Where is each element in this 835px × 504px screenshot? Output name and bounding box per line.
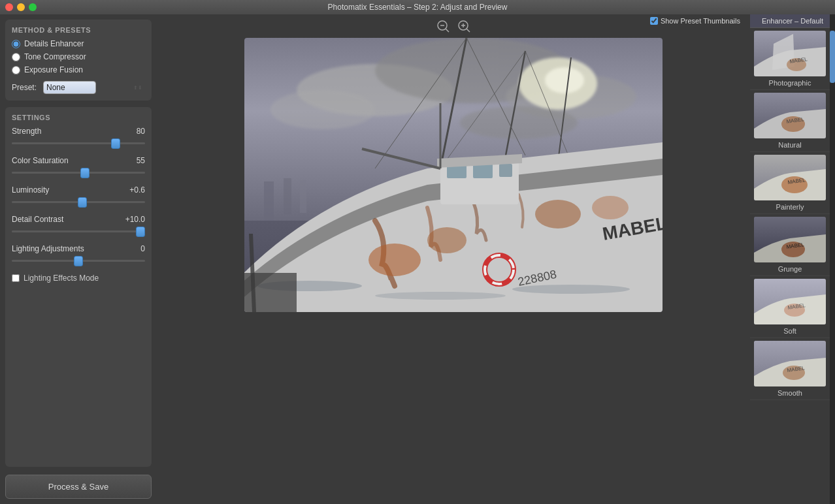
preset-smooth-label: Smooth bbox=[778, 389, 802, 397]
lighting-effects-checkbox[interactable] bbox=[12, 274, 20, 282]
zoom-out-button[interactable] bbox=[435, 18, 451, 34]
svg-point-11 bbox=[270, 90, 375, 129]
titlebar: Photomatix Essentials – Step 2: Adjust a… bbox=[0, 0, 835, 14]
luminosity-header: Luminosity +0.6 bbox=[12, 185, 145, 195]
zoom-controls bbox=[435, 18, 472, 34]
detail-contrast-header: Detail Contrast +10.0 bbox=[12, 215, 145, 224]
maximize-button[interactable] bbox=[29, 3, 37, 11]
main-layout: Method & Presets Details Enhancer Tone C… bbox=[0, 14, 835, 504]
svg-rect-37 bbox=[264, 181, 274, 221]
settings-section-header: Settings bbox=[12, 114, 145, 121]
preset-item-soft[interactable]: MABEL Soft bbox=[750, 276, 830, 338]
close-button[interactable] bbox=[5, 3, 13, 11]
svg-point-23 bbox=[368, 244, 421, 276]
preset-thumb-photographic: MABEL bbox=[754, 31, 826, 76]
details-enhancer-radio[interactable] bbox=[12, 40, 20, 48]
lighting-effects-row: Lighting Effects Mode bbox=[12, 274, 145, 283]
minimize-button[interactable] bbox=[17, 3, 25, 11]
preset-thumb-smooth: MABEL bbox=[754, 341, 826, 386]
detail-contrast-slider-group: Detail Contrast +10.0 bbox=[12, 215, 145, 238]
preset-painterly-label: Painterly bbox=[776, 203, 804, 211]
lighting-adjustments-label: Lighting Adjustments bbox=[12, 244, 84, 253]
luminosity-label: Luminosity bbox=[12, 185, 49, 195]
svg-point-26 bbox=[592, 196, 629, 219]
center-area: MABEL 228808 bbox=[157, 14, 750, 504]
preset-thumb-natural-img: MABEL bbox=[754, 93, 826, 138]
preset-select-wrapper: None Photographic Natural Painterly Grun… bbox=[43, 81, 145, 94]
luminosity-value: +0.6 bbox=[129, 185, 145, 195]
preview-boat-svg: MABEL 228808 bbox=[244, 38, 663, 312]
preset-item-natural[interactable]: MABEL Natural bbox=[750, 90, 830, 152]
method-tone-compressor[interactable]: Tone Compressor bbox=[12, 52, 145, 61]
preset-thumb-soft-img: MABEL bbox=[754, 279, 826, 324]
preset-row: Preset: None Photographic Natural Painte… bbox=[12, 81, 145, 94]
zoom-in-icon bbox=[457, 19, 471, 33]
color-saturation-slider[interactable] bbox=[12, 168, 145, 177]
preset-thumb-grunge-img: MABEL bbox=[754, 217, 826, 262]
zoom-out-icon bbox=[436, 19, 450, 33]
preset-photographic-label: Photographic bbox=[769, 79, 811, 87]
tone-compressor-radio[interactable] bbox=[12, 53, 20, 61]
right-panel: Show Preset Thumbnails Enhancer – Defaul… bbox=[750, 14, 835, 504]
zoom-in-button[interactable] bbox=[456, 18, 472, 34]
preset-label: Preset: bbox=[12, 83, 39, 92]
preset-thumb-painterly-img: MABEL bbox=[754, 155, 826, 200]
window-controls bbox=[5, 3, 37, 11]
lighting-adjustments-slider-group: Lighting Adjustments 0 bbox=[12, 244, 145, 267]
preview-image: MABEL 228808 bbox=[244, 38, 663, 312]
scrollbar-track[interactable] bbox=[830, 14, 835, 504]
lighting-adjustments-value: 0 bbox=[140, 244, 145, 253]
tone-compressor-label: Tone Compressor bbox=[24, 52, 86, 61]
svg-rect-39 bbox=[300, 180, 306, 213]
preset-item-photographic[interactable]: MABEL Photographic bbox=[750, 28, 830, 90]
luminosity-slider-group: Luminosity +0.6 bbox=[12, 185, 145, 208]
method-details-enhancer[interactable]: Details Enhancer bbox=[12, 39, 145, 48]
strength-value: 80 bbox=[137, 127, 145, 136]
svg-point-12 bbox=[460, 106, 578, 139]
strength-slider-group: Strength 80 bbox=[12, 127, 145, 150]
exposure-fusion-label: Exposure Fusion bbox=[24, 65, 83, 74]
preset-thumb-natural: MABEL bbox=[754, 93, 826, 138]
lighting-adjustments-slider[interactable] bbox=[12, 256, 145, 265]
svg-line-6 bbox=[467, 29, 470, 32]
process-save-button[interactable]: Process & Save bbox=[5, 475, 152, 499]
preset-select[interactable]: None Photographic Natural Painterly Grun… bbox=[43, 81, 96, 94]
svg-point-42 bbox=[512, 285, 630, 294]
preset-natural-label: Natural bbox=[778, 141, 801, 149]
preset-item-grunge[interactable]: MABEL Grunge bbox=[750, 214, 830, 276]
left-panel: Method & Presets Details Enhancer Tone C… bbox=[0, 14, 157, 504]
scrollbar-thumb[interactable] bbox=[830, 31, 835, 83]
method-exposure-fusion[interactable]: Exposure Fusion bbox=[12, 65, 145, 74]
settings-section: Settings Strength 80 Color Saturation 55 bbox=[5, 107, 152, 467]
detail-contrast-label: Detail Contrast bbox=[12, 215, 63, 224]
show-presets-checkbox-top[interactable] bbox=[650, 17, 658, 25]
strength-label: Strength bbox=[12, 127, 41, 136]
detail-contrast-slider[interactable] bbox=[12, 227, 145, 236]
color-saturation-label: Color Saturation bbox=[12, 156, 69, 165]
preset-soft-label: Soft bbox=[783, 327, 796, 335]
svg-rect-30 bbox=[499, 164, 512, 177]
preset-thumbnails: MABEL Photographic bbox=[750, 28, 835, 400]
svg-rect-38 bbox=[284, 178, 291, 214]
svg-point-14 bbox=[545, 67, 584, 93]
lighting-adjustments-header: Lighting Adjustments 0 bbox=[12, 244, 145, 253]
show-presets-fixed: Show Preset Thumbnails bbox=[650, 17, 740, 25]
strength-slider[interactable] bbox=[12, 138, 145, 148]
preset-grunge-label: Grunge bbox=[778, 265, 802, 273]
method-section: Method & Presets Details Enhancer Tone C… bbox=[5, 20, 152, 101]
preset-thumb-photographic-img: MABEL bbox=[754, 31, 826, 76]
color-saturation-value: 55 bbox=[137, 156, 145, 165]
color-saturation-header: Color Saturation 55 bbox=[12, 156, 145, 165]
method-section-header: Method & Presets bbox=[12, 26, 145, 34]
svg-point-41 bbox=[375, 292, 506, 300]
preset-thumb-smooth-img: MABEL bbox=[754, 341, 826, 386]
luminosity-slider[interactable] bbox=[12, 197, 145, 206]
exposure-fusion-radio[interactable] bbox=[12, 66, 20, 74]
preset-thumb-painterly: MABEL bbox=[754, 155, 826, 200]
preset-item-smooth[interactable]: MABEL Smooth bbox=[750, 338, 830, 400]
color-saturation-slider-group: Color Saturation 55 bbox=[12, 156, 145, 179]
window-title: Photomatix Essentials – Step 2: Adjust a… bbox=[328, 3, 508, 12]
details-enhancer-label: Details Enhancer bbox=[24, 39, 84, 48]
svg-point-25 bbox=[535, 200, 581, 228]
preset-item-painterly[interactable]: MABEL Painterly bbox=[750, 152, 830, 214]
